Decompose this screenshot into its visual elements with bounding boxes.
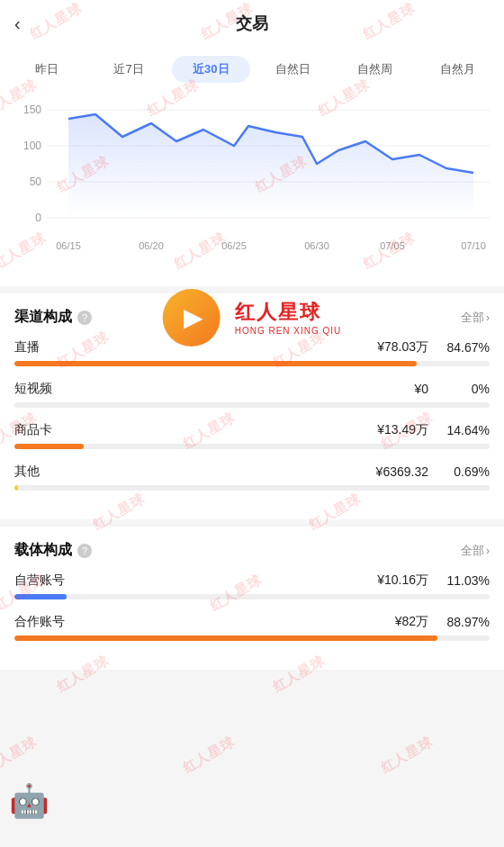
- channel-values: ¥0 0%: [414, 382, 490, 396]
- robot-icon[interactable]: 🤖: [9, 782, 50, 820]
- channel-row-header: 其他 ¥6369.32 0.69%: [14, 464, 490, 480]
- svg-text:0: 0: [35, 212, 41, 224]
- back-button[interactable]: ‹: [14, 14, 21, 34]
- channel-row-header: 自营账号 ¥10.16万 11.03%: [14, 572, 490, 589]
- channel-all-link[interactable]: 全部 ›: [461, 310, 490, 326]
- watermark-text: 红人星球: [0, 734, 40, 777]
- date-tab[interactable]: 自然周: [336, 56, 414, 83]
- channel-name: 直播: [14, 339, 40, 356]
- svg-text:07/05: 07/05: [380, 240, 405, 251]
- channel-name: 合作账号: [14, 614, 65, 630]
- channel-name: 自营账号: [14, 572, 65, 589]
- channel-pct: 0%: [443, 382, 490, 396]
- progress-bar: [14, 635, 437, 641]
- carrier-help-icon[interactable]: ?: [77, 544, 92, 558]
- progress-bar: [14, 594, 67, 599]
- date-tab[interactable]: 自然月: [418, 56, 497, 83]
- channel-amount: ¥13.49万: [377, 422, 428, 438]
- channel-values: ¥13.49万 14.64%: [377, 422, 490, 438]
- progress-bar: [14, 361, 417, 366]
- chart-area: 150 100 50 0 06/15 06/20 06/25 06/30 07/…: [0, 92, 504, 286]
- svg-text:100: 100: [23, 140, 41, 152]
- channel-values: ¥78.03万 84.67%: [377, 339, 490, 356]
- channel-amount: ¥6369.32: [376, 464, 428, 479]
- channel-section: 渠道构成 ? ▶ 红人星球 HONG REN XING QIU 全部 › 直播 …: [0, 293, 504, 519]
- channel-row: 合作账号 ¥82万 88.97%: [14, 614, 490, 641]
- date-tab[interactable]: 自然日: [254, 56, 332, 83]
- channel-rows: 直播 ¥78.03万 84.67% 短视频 ¥0 0%: [14, 339, 490, 491]
- line-chart: 150 100 50 0 06/15 06/20 06/25 06/30 07/…: [14, 92, 490, 272]
- channel-name: 其他: [14, 464, 40, 480]
- header: ‹ 交易: [0, 0, 504, 47]
- channel-name: 短视频: [14, 381, 52, 397]
- svg-text:06/20: 06/20: [139, 240, 164, 251]
- watermark-text: 红人星球: [180, 734, 238, 777]
- channel-amount: ¥10.16万: [377, 572, 428, 589]
- channel-pct: 14.64%: [443, 423, 490, 437]
- channel-row-header: 合作账号 ¥82万 88.97%: [14, 614, 490, 630]
- brand-logo: ▶ 红人星球 HONG REN XING QIU: [163, 289, 342, 347]
- channel-amount: ¥82万: [395, 614, 428, 630]
- channel-pct: 0.69%: [443, 464, 490, 479]
- channel-row: 自营账号 ¥10.16万 11.03%: [14, 572, 490, 599]
- channel-row-header: 短视频 ¥0 0%: [14, 381, 490, 397]
- progress-bar: [14, 444, 84, 449]
- date-tab[interactable]: 昨日: [7, 56, 86, 83]
- channel-amount: ¥78.03万: [377, 339, 428, 356]
- progress-bar-wrap: [14, 361, 490, 366]
- progress-bar-wrap: [14, 444, 490, 449]
- progress-bar: [14, 485, 18, 491]
- channel-row: 短视频 ¥0 0%: [14, 381, 490, 408]
- channel-help-icon[interactable]: ?: [77, 311, 92, 325]
- carrier-section-header: 载体构成 ? 全部 ›: [14, 541, 490, 560]
- logo-play-icon: ▶: [184, 302, 203, 332]
- progress-bar-wrap: [14, 485, 490, 491]
- channel-values: ¥10.16万 11.03%: [377, 572, 490, 589]
- progress-bar-wrap: [14, 635, 490, 641]
- carrier-rows: 自营账号 ¥10.16万 11.03% 合作账号 ¥82万 88.97%: [14, 572, 490, 641]
- channel-values: ¥82万 88.97%: [395, 614, 490, 630]
- channel-section-header: 渠道构成 ? ▶ 红人星球 HONG REN XING QIU 全部 ›: [14, 308, 490, 327]
- channel-pct: 84.67%: [443, 340, 490, 355]
- svg-marker-14: [68, 114, 473, 218]
- channel-title-wrap: 渠道构成 ?: [14, 308, 92, 327]
- svg-text:06/15: 06/15: [56, 240, 81, 251]
- date-tab[interactable]: 近30日: [172, 56, 250, 83]
- svg-text:06/30: 06/30: [304, 240, 329, 251]
- svg-text:07/10: 07/10: [461, 240, 486, 251]
- date-filter-tabs: 昨日近7日近30日自然日自然周自然月: [0, 47, 504, 92]
- svg-text:50: 50: [30, 176, 42, 188]
- carrier-section: 载体构成 ? 全部 › 自营账号 ¥10.16万 11.03% 合作账号 ¥8: [0, 527, 504, 670]
- channel-pct: 88.97%: [443, 615, 490, 629]
- channel-pct: 11.03%: [443, 573, 490, 588]
- channel-row: 商品卡 ¥13.49万 14.64%: [14, 422, 490, 449]
- channel-name: 商品卡: [14, 422, 52, 438]
- channel-values: ¥6369.32 0.69%: [376, 464, 490, 479]
- page-title: 交易: [236, 13, 268, 34]
- watermark-text: 红人星球: [378, 734, 436, 777]
- carrier-section-title: 载体构成: [14, 541, 72, 560]
- channel-arrow-icon: ›: [486, 311, 490, 324]
- logo-text: 红人星球 HONG REN XING QIU: [235, 299, 342, 336]
- carrier-arrow-icon: ›: [486, 545, 490, 557]
- svg-text:06/25: 06/25: [221, 240, 247, 251]
- carrier-title-wrap: 载体构成 ?: [14, 541, 92, 560]
- logo-main-text: 红人星球: [235, 299, 342, 326]
- channel-row: 其他 ¥6369.32 0.69%: [14, 464, 490, 491]
- channel-section-title: 渠道构成: [14, 308, 72, 327]
- date-tab[interactable]: 近7日: [89, 56, 167, 83]
- carrier-all-link[interactable]: 全部 ›: [461, 543, 490, 559]
- svg-text:150: 150: [23, 104, 41, 116]
- channel-row-header: 商品卡 ¥13.49万 14.64%: [14, 422, 490, 438]
- progress-bar-wrap: [14, 402, 490, 408]
- logo-sub-text: HONG REN XING QIU: [235, 326, 342, 336]
- progress-bar-wrap: [14, 594, 490, 599]
- channel-amount: ¥0: [414, 382, 428, 396]
- logo-circle: ▶: [163, 289, 220, 347]
